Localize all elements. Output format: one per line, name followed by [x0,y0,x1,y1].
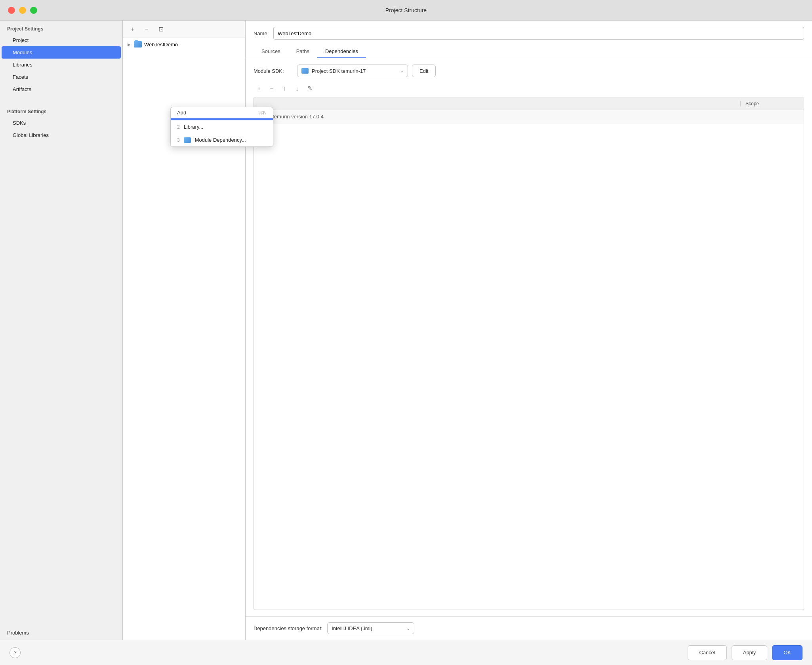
sdk-select[interactable]: Project SDK temurin-17 ⌄ [297,65,408,77]
dropdown-module-dep-folder-icon [184,137,191,143]
dropdown-item-module-dep-label: Module Dependency... [195,137,246,143]
dep-table-header: Scope [254,97,804,110]
sdk-row: Module SDK: Project SDK temurin-17 ⌄ Edi… [254,65,804,77]
dropdown-item-library-label: Library... [184,124,204,130]
edit-dep-button[interactable]: ✎ [304,83,315,94]
tab-content-dependencies: Module SDK: Project SDK temurin-17 ⌄ Edi… [246,58,812,616]
main-container: Project Settings Project Modules Librari… [0,21,812,640]
content-area: Name: Sources Paths Dependencies Module … [246,21,812,640]
tab-paths[interactable]: Paths [288,45,317,58]
add-shortcut: ⌘N [258,110,267,116]
sdk-value: Project SDK temurin-17 [312,68,397,74]
dep-table: Scope 1 temurin version 17.0.4 [254,97,804,610]
add-label: Add [177,110,186,116]
dep-cell-name-0: 1 temurin version 17.0.4 [254,114,740,120]
edit-sdk-button[interactable]: Edit [412,65,436,77]
ok-button[interactable]: OK [772,645,802,660]
module-tree-item-webtestdemo[interactable]: ▶ WebTestDemo [123,38,245,51]
module-name-input[interactable] [273,27,804,40]
move-down-button[interactable]: ↓ [292,83,303,94]
storage-label: Dependencies storage format: [254,625,322,631]
sidebar-item-global-libraries[interactable]: Global Libraries [0,129,122,141]
storage-row: Dependencies storage format: IntelliJ ID… [246,616,812,640]
dropdown-item-module-dep[interactable]: 3 Module Dependency... [171,133,273,146]
minimize-button[interactable] [19,7,26,14]
chevron-right-icon: ▶ [128,42,131,47]
module-folder-icon [134,41,142,48]
sidebar-item-modules[interactable]: Modules [2,46,121,59]
apply-button[interactable]: Apply [732,645,768,660]
platform-settings-label: Platform Settings [0,103,122,117]
module-tree-toolbar: + − ⊡ [123,21,245,38]
dropdown-header-row: Add ⌘N [170,107,273,118]
sidebar-item-libraries[interactable]: Libraries [0,59,122,71]
window-title: Project Structure [385,7,427,13]
tab-sources[interactable]: Sources [254,45,288,58]
sidebar-item-artifacts[interactable]: Artifacts [0,83,122,95]
dep-col-scope-header: Scope [740,101,804,106]
tabs: Sources Paths Dependencies [254,45,804,58]
bottom-left: ? [10,647,21,658]
dep-name-0: temurin version 17.0.4 [273,114,324,120]
storage-select-value: IntelliJ IDEA (.iml) [332,625,403,631]
dropdown-item-library-number: 2 [177,124,180,130]
bottom-bar: ? Cancel Apply OK [0,640,812,665]
name-label: Name: [254,30,269,36]
dropdown-item-module-dep-number: 3 [177,137,180,143]
tab-dependencies[interactable]: Dependencies [317,45,366,58]
name-row: Name: [254,27,804,40]
sidebar-item-facets[interactable]: Facets [0,71,122,83]
cancel-button[interactable]: Cancel [688,645,726,660]
window-controls [8,7,37,14]
close-button[interactable] [8,7,15,14]
add-dep-button[interactable]: + [254,83,265,94]
remove-module-button[interactable]: − [141,24,152,35]
dep-row-0[interactable]: 1 temurin version 17.0.4 [254,110,804,124]
project-settings-label: Project Settings [0,21,122,34]
move-up-button[interactable]: ↑ [279,83,290,94]
title-bar: Project Structure [0,0,812,21]
dep-toolbar: + − ↑ ↓ ✎ [254,83,804,94]
add-module-button[interactable]: + [127,24,138,35]
content-header: Name: Sources Paths Dependencies [246,21,812,58]
module-name-label: WebTestDemo [144,42,178,48]
remove-dep-button[interactable]: − [266,83,277,94]
copy-module-button[interactable]: ⊡ [155,24,166,35]
maximize-button[interactable] [30,7,37,14]
storage-select[interactable]: IntelliJ IDEA (.iml) ⌄ [327,622,414,634]
sdk-chevron-icon: ⌄ [400,68,404,74]
sdk-folder-icon [301,68,309,74]
sdk-label: Module SDK: [254,68,293,74]
dropdown-item-library[interactable]: 2 Library... [171,120,273,133]
sidebar-item-problems[interactable]: Problems [0,626,122,640]
sidebar: Project Settings Project Modules Librari… [0,21,123,640]
sidebar-item-sdks[interactable]: SDKs [0,117,122,129]
help-button[interactable]: ? [10,647,21,658]
storage-chevron-icon: ⌄ [406,626,410,631]
sidebar-item-project[interactable]: Project [0,34,122,46]
